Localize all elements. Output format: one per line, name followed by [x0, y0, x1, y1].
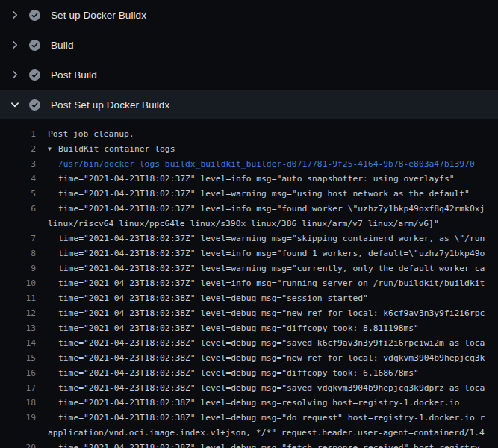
log-line-number[interactable]: 14: [0, 336, 36, 351]
log-text: time="2021-04-23T18:02:37Z" level=warnin…: [36, 261, 498, 276]
step-success-check-icon: [29, 10, 40, 21]
step-header-post-set-up-docker-buildx[interactable]: Post Set up Docker Buildx: [0, 90, 498, 119]
log-line-number[interactable]: 7: [0, 231, 36, 246]
log-text: Post job cleanup.: [36, 127, 498, 142]
log-line: 18time="2021-04-23T18:02:38Z" level=debu…: [0, 396, 498, 411]
log-line-number[interactable]: 6: [0, 202, 36, 217]
step-label: Post Set up Docker Buildx: [51, 99, 169, 111]
log-line: 15time="2021-04-23T18:02:38Z" level=debu…: [0, 351, 498, 366]
log-text: time="2021-04-23T18:02:38Z" level=debug …: [36, 351, 498, 366]
step-label: Set up Docker Buildx: [51, 10, 146, 21]
log-line-number[interactable]: 3: [0, 157, 36, 172]
log-text: time="2021-04-23T18:02:38Z" level=debug …: [36, 306, 498, 321]
log-line-number[interactable]: 2: [0, 142, 36, 157]
log-line: 3/usr/bin/docker logs buildx_buildkit_bu…: [0, 157, 498, 172]
log-text: time="2021-04-23T18:02:38Z" level=debug …: [36, 441, 498, 448]
log-line: 8time="2021-04-23T18:02:37Z" level=info …: [0, 246, 498, 261]
group-collapse-triangle-icon[interactable]: ▼: [48, 142, 58, 157]
log-line: 17time="2021-04-23T18:02:38Z" level=debu…: [0, 381, 498, 396]
log-line-number[interactable]: 18: [0, 396, 36, 411]
log-text: time="2021-04-23T18:02:38Z" level=debug …: [36, 336, 498, 351]
log-text: time="2021-04-23T18:02:38Z" level=debug …: [36, 396, 498, 411]
log-line: 14time="2021-04-23T18:02:38Z" level=debu…: [0, 336, 498, 351]
log-line: linux/riscv64 linux/ppc64le linux/s390x …: [0, 217, 498, 231]
log-line: 2▼BuildKit container logs: [0, 142, 498, 157]
step-label: Post Build: [51, 69, 97, 81]
log-line: 4time="2021-04-23T18:02:37Z" level=info …: [0, 172, 498, 187]
log-line: 6time="2021-04-23T18:02:37Z" level=info …: [0, 202, 498, 217]
log-command-text: /usr/bin/docker logs buildx_buildkit_bui…: [36, 157, 498, 172]
log-text: time="2021-04-23T18:02:37Z" level=info m…: [36, 246, 498, 261]
log-line-number[interactable]: 13: [0, 321, 36, 336]
log-line: 12time="2021-04-23T18:02:38Z" level=debu…: [0, 306, 498, 321]
log-text: ▼BuildKit container logs: [36, 142, 498, 157]
log-line-number[interactable]: 15: [0, 351, 36, 366]
chevron-right-icon: [9, 39, 21, 51]
log-line-number[interactable]: 19: [0, 411, 36, 426]
log-line: 19time="2021-04-23T18:02:38Z" level=debu…: [0, 411, 498, 426]
log-text: time="2021-04-23T18:02:38Z" level=debug …: [36, 381, 498, 396]
step-success-check-icon: [29, 69, 40, 81]
log-text: time="2021-04-23T18:02:38Z" level=debug …: [36, 366, 498, 381]
step-header-set-up-docker-buildx[interactable]: Set up Docker Buildx: [0, 0, 498, 30]
log-line: 20time="2021-04-23T18:02:38Z" level=debu…: [0, 441, 498, 448]
log-line-number: [0, 217, 36, 231]
log-line-number[interactable]: 20: [0, 441, 36, 448]
log-line: 9time="2021-04-23T18:02:37Z" level=warni…: [0, 261, 498, 276]
log-line: 11time="2021-04-23T18:02:38Z" level=debu…: [0, 291, 498, 306]
log-line: 5time="2021-04-23T18:02:37Z" level=warni…: [0, 187, 498, 202]
log-line: 13time="2021-04-23T18:02:38Z" level=debu…: [0, 321, 498, 336]
log-line: 16time="2021-04-23T18:02:38Z" level=debu…: [0, 366, 498, 381]
chevron-right-icon: [9, 69, 21, 81]
log-line: 1Post job cleanup.: [0, 127, 498, 142]
log-text: application/vnd.oci.image.index.v1+json,…: [36, 426, 498, 441]
log-text: time="2021-04-23T18:02:38Z" level=debug …: [36, 411, 498, 426]
log-line-number[interactable]: 4: [0, 172, 36, 187]
step-success-check-icon: [29, 99, 40, 111]
log-line: application/vnd.oci.image.index.v1+json,…: [0, 426, 498, 441]
log-text: time="2021-04-23T18:02:38Z" level=debug …: [36, 321, 498, 336]
step-label: Build: [51, 40, 74, 51]
log-line-number[interactable]: 11: [0, 291, 36, 306]
log-line: 10time="2021-04-23T18:02:37Z" level=info…: [0, 276, 498, 291]
step-list: Set up Docker Buildx Build Post Build: [0, 0, 498, 119]
step-success-check-icon: [29, 40, 40, 51]
log-text: linux/riscv64 linux/ppc64le linux/s390x …: [36, 217, 498, 231]
log-line-number[interactable]: 8: [0, 246, 36, 261]
log-line-number[interactable]: 17: [0, 381, 36, 396]
log-text: time="2021-04-23T18:02:37Z" level=info m…: [36, 276, 498, 291]
log-line-number[interactable]: 9: [0, 261, 36, 276]
log-line-number[interactable]: 10: [0, 276, 36, 291]
log-text: time="2021-04-23T18:02:38Z" level=debug …: [36, 291, 498, 306]
chevron-right-icon: [9, 9, 21, 21]
log-line: 7time="2021-04-23T18:02:37Z" level=warni…: [0, 231, 498, 246]
log-lines: 1Post job cleanup.2▼BuildKit container l…: [0, 119, 498, 448]
log-line-number[interactable]: 5: [0, 187, 36, 202]
actions-log-viewer: Set up Docker Buildx Build Post Build: [0, 0, 498, 448]
log-text: time="2021-04-23T18:02:37Z" level=warnin…: [36, 187, 498, 202]
log-text: time="2021-04-23T18:02:37Z" level=info m…: [36, 172, 498, 187]
log-line-number[interactable]: 16: [0, 366, 36, 381]
chevron-down-icon: [9, 99, 21, 111]
log-line-number[interactable]: 12: [0, 306, 36, 321]
step-header-post-build[interactable]: Post Build: [0, 60, 498, 90]
log-line-number[interactable]: 1: [0, 127, 36, 142]
log-text: time="2021-04-23T18:02:37Z" level=warnin…: [36, 231, 498, 246]
log-line-number: [0, 426, 36, 441]
log-text: time="2021-04-23T18:02:37Z" level=info m…: [36, 202, 498, 217]
step-header-build[interactable]: Build: [0, 30, 498, 60]
